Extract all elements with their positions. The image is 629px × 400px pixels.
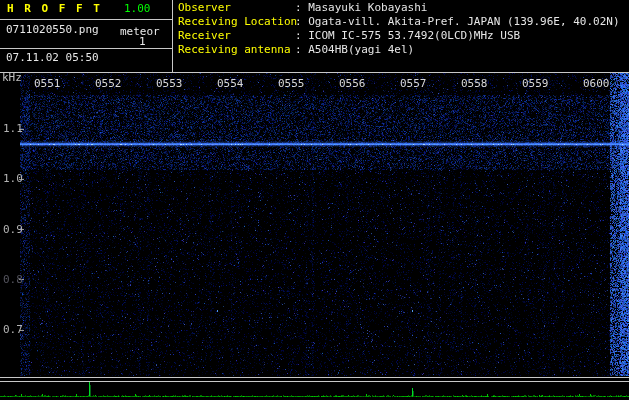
time-tick-label: 0600 [583, 78, 610, 90]
freq-unit-label: kHz [2, 72, 22, 84]
output-filename: 0711020550.png [6, 24, 99, 36]
time-tick-label: 0559 [522, 78, 549, 90]
info-value: : Ogata-vill. Akita-Pref. JAPAN (139.96E… [295, 15, 620, 28]
info-label: Observer [178, 2, 295, 14]
info-label: Receiver [178, 30, 295, 42]
info-value: : A504HB(yagi 4el) [295, 43, 414, 56]
info-row: Receiving Location: Ogata-vill. Akita-Pr… [178, 16, 620, 30]
time-tick-label: 0555 [278, 78, 305, 90]
info-row: Observer: Masayuki Kobayashi [178, 2, 620, 16]
time-tick-label: 0557 [400, 78, 427, 90]
app-version: 1.00 [124, 3, 151, 15]
freq-tick-label: 1.1 [3, 123, 23, 135]
time-tick-label: 0558 [461, 78, 488, 90]
freq-tick-label: 0.9 [3, 224, 23, 236]
info-row: Receiving antenna: A504HB(yagi 4el) [178, 44, 620, 58]
freq-tick-label: 0.8 [3, 274, 23, 286]
freq-tick-label: 0.7 [3, 324, 23, 336]
app-title: H R O F F T [7, 3, 102, 15]
info-row: Receiver: ICOM IC-575 53.7492(0LCD)MHz U… [178, 30, 620, 44]
time-tick-label: 0556 [339, 78, 366, 90]
time-tick-label: 0551 [34, 78, 61, 90]
info-label: Receiving antenna [178, 44, 295, 56]
time-tick-label: 0554 [217, 78, 244, 90]
meteor-count: 1 [139, 36, 146, 48]
time-tick-label: 0553 [156, 78, 183, 90]
info-value: : Masayuki Kobayashi [295, 1, 427, 14]
capture-datetime: 07.11.02 05:50 [6, 52, 99, 64]
hrofft-spectrogram-output: H R O F F T 1.00 0711020550.png meteor 1… [0, 0, 629, 400]
station-info: Observer: Masayuki KobayashiReceiving Lo… [178, 2, 620, 58]
info-value: : ICOM IC-575 53.7492(0LCD)MHz USB [295, 29, 520, 42]
info-label: Receiving Location [178, 16, 295, 28]
time-tick-label: 0552 [95, 78, 122, 90]
freq-tick-label: 1.0 [3, 173, 23, 185]
